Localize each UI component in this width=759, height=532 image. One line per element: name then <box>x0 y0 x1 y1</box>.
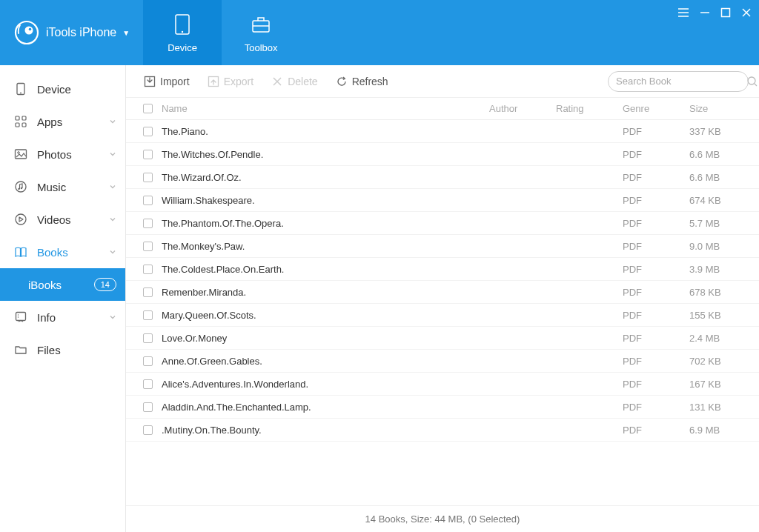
export-label: Export <box>224 76 253 87</box>
refresh-button[interactable]: Refresh <box>328 73 396 90</box>
row-checkbox[interactable] <box>143 265 153 274</box>
table-row[interactable]: The.Monkey's.Paw. PDF 9.0 MB <box>126 235 759 258</box>
row-checkbox[interactable] <box>143 425 153 435</box>
row-checkbox[interactable] <box>143 333 153 343</box>
cell-size: 702 KB <box>689 356 749 367</box>
table-row[interactable]: The.Wizard.Of.Oz. PDF 6.6 MB <box>126 166 759 189</box>
table-row[interactable]: The.Phantom.Of.The.Opera. PDF 5.7 MB <box>126 212 759 235</box>
row-checkbox[interactable] <box>143 127 153 136</box>
table-row[interactable]: The.Piano. PDF 337 KB <box>126 120 759 143</box>
sidebar-item-books[interactable]: Books <box>0 236 125 268</box>
table-row[interactable]: Aladdin.And.The.Enchanted.Lamp. PDF 131 … <box>126 396 759 419</box>
svg-rect-16 <box>16 116 19 120</box>
sidebar-item-ibooks[interactable]: iBooks14 <box>0 268 125 301</box>
col-genre-header[interactable]: Genre <box>623 103 689 114</box>
table-row[interactable]: William.Shakespeare. PDF 674 KB <box>126 189 759 212</box>
cell-genre: PDF <box>623 310 689 321</box>
table-row[interactable]: Remenber.Miranda. PDF 678 KB <box>126 281 759 304</box>
statusbar-text: 14 Books, Size: 44 MB, (0 Selected) <box>365 513 520 525</box>
tab-label: Device <box>168 42 197 53</box>
cell-name: The.Wizard.Of.Oz. <box>159 172 489 183</box>
cell-size: 131 KB <box>689 402 749 413</box>
row-checkbox[interactable] <box>143 356 153 366</box>
sidebar-item-label: Apps <box>37 116 109 128</box>
select-all-checkbox[interactable] <box>143 104 153 113</box>
tab-device[interactable]: Device <box>143 0 222 65</box>
sidebar-item-photos[interactable]: Photos <box>0 138 125 170</box>
minimize-icon[interactable] <box>700 7 710 18</box>
device-icon <box>13 82 28 96</box>
cell-size: 6.6 MB <box>689 149 749 160</box>
sidebar-item-device[interactable]: Device <box>0 73 125 105</box>
sidebar-item-label: Files <box>37 344 116 356</box>
svg-rect-26 <box>16 313 26 321</box>
brand-selector[interactable]: iTools iPhone ▼ <box>0 0 143 65</box>
row-checkbox[interactable] <box>143 379 153 389</box>
search-icon <box>746 76 758 87</box>
cell-name: The.Witches.Of.Pendle. <box>159 149 489 160</box>
col-name-header[interactable]: Name <box>159 103 489 114</box>
table-row[interactable]: Anne.Of.Green.Gables. PDF 702 KB <box>126 350 759 373</box>
sidebar: DeviceAppsPhotosMusicVideosBooksiBooks14… <box>0 65 126 532</box>
svg-rect-17 <box>22 116 26 120</box>
cell-name: Anne.Of.Green.Gables. <box>159 356 489 367</box>
cell-name: Mary.Queen.Of.Scots. <box>159 310 489 321</box>
delete-icon <box>271 76 283 87</box>
svg-point-15 <box>20 93 21 94</box>
sidebar-item-apps[interactable]: Apps <box>0 105 125 138</box>
cell-genre: PDF <box>623 287 689 298</box>
svg-point-27 <box>18 314 19 315</box>
export-button[interactable]: Export <box>200 73 261 90</box>
cell-name: Alice's.Adventures.In.Wonderland. <box>159 379 489 390</box>
col-size-header[interactable]: Size <box>689 103 749 114</box>
table-row[interactable]: Love.Or.Money PDF 2.4 MB <box>126 327 759 350</box>
svg-rect-19 <box>22 123 26 127</box>
row-checkbox[interactable] <box>143 242 153 251</box>
cell-genre: PDF <box>623 402 689 413</box>
chevron-down-icon <box>109 248 116 256</box>
table-row[interactable]: The.Witches.Of.Pendle. PDF 6.6 MB <box>126 143 759 166</box>
cell-size: 678 KB <box>689 287 749 298</box>
row-checkbox[interactable] <box>143 402 153 412</box>
table-row[interactable]: Mary.Queen.Of.Scots. PDF 155 KB <box>126 304 759 327</box>
import-icon <box>144 76 156 87</box>
svg-point-33 <box>748 77 755 84</box>
table-body: The.Piano. PDF 337 KB The.Witches.Of.Pen… <box>126 120 759 505</box>
sidebar-item-label: Photos <box>37 148 109 161</box>
row-checkbox[interactable] <box>143 196 153 205</box>
tab-toolbox[interactable]: Toolbox <box>222 0 300 65</box>
close-icon[interactable] <box>741 7 752 18</box>
import-button[interactable]: Import <box>136 73 197 90</box>
delete-label: Delete <box>288 76 317 87</box>
cell-size: 3.9 MB <box>689 264 749 275</box>
search-input[interactable] <box>616 76 740 87</box>
sidebar-item-files[interactable]: Files <box>0 333 125 366</box>
row-checkbox[interactable] <box>143 310 153 320</box>
cell-genre: PDF <box>623 218 689 229</box>
toolbar: Import Export Delete Refresh <box>126 65 759 98</box>
row-checkbox[interactable] <box>143 219 153 228</box>
table-row[interactable]: .Mutiny.On.The.Bounty. PDF 6.9 MB <box>126 419 759 442</box>
table-row[interactable]: Alice's.Adventures.In.Wonderland. PDF 16… <box>126 373 759 396</box>
sidebar-badge: 14 <box>94 278 116 291</box>
search-box[interactable] <box>608 71 749 92</box>
row-checkbox[interactable] <box>143 150 153 159</box>
cell-name: The.Phantom.Of.The.Opera. <box>159 218 489 229</box>
col-rating-header[interactable]: Rating <box>556 103 623 114</box>
table-row[interactable]: The.Coldest.Place.On.Earth. PDF 3.9 MB <box>126 258 759 281</box>
statusbar: 14 Books, Size: 44 MB, (0 Selected) <box>126 505 759 532</box>
row-checkbox[interactable] <box>143 173 153 182</box>
maximize-icon[interactable] <box>720 7 731 18</box>
delete-button[interactable]: Delete <box>264 73 325 90</box>
col-author-header[interactable]: Author <box>489 103 556 114</box>
row-checkbox[interactable] <box>143 287 153 297</box>
music-icon <box>13 179 28 194</box>
cell-name: William.Shakespeare. <box>159 195 489 206</box>
cell-genre: PDF <box>623 172 689 183</box>
sidebar-item-info[interactable]: Info <box>0 301 125 333</box>
sidebar-item-music[interactable]: Music <box>0 170 125 203</box>
menu-icon[interactable] <box>677 7 689 18</box>
app-logo-icon <box>13 19 40 46</box>
sidebar-item-videos[interactable]: Videos <box>0 203 125 236</box>
cell-name: Remenber.Miranda. <box>159 287 489 298</box>
